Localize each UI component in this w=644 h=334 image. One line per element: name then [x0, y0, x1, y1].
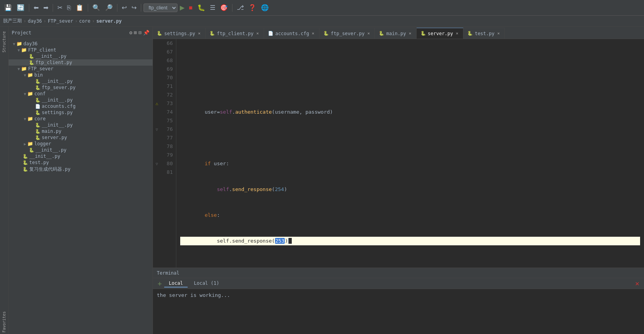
- tree-item-fuxi[interactable]: 🐍 复习生成代码器.py: [9, 166, 153, 173]
- paste-button[interactable]: 📋: [74, 3, 85, 12]
- tab-main[interactable]: 🐍 main.py ×: [375, 28, 416, 39]
- tab-close-ftp-client[interactable]: ×: [255, 31, 260, 36]
- replace-button[interactable]: 🔎: [103, 3, 115, 12]
- terminal-tab-local[interactable]: Local: [164, 280, 188, 288]
- tree-item-init6[interactable]: 🐍 __init__.py: [9, 153, 153, 159]
- redo-button[interactable]: ↪: [130, 3, 138, 12]
- sync-button[interactable]: 🔄: [15, 3, 27, 12]
- run-button[interactable]: ▶: [178, 3, 186, 12]
- tab-close-ftp-sever[interactable]: ×: [367, 31, 371, 36]
- favorites-label[interactable]: Favorites: [2, 310, 6, 334]
- forward-button[interactable]: ➡: [41, 3, 50, 12]
- tree-label-logger: logger: [34, 141, 51, 146]
- tree-item-test-py[interactable]: 🐍 test.py: [9, 159, 153, 166]
- tab-accounts[interactable]: 📄 accounts.cfg ×: [264, 28, 319, 39]
- run-config-dropdown[interactable]: ftp_client: [144, 4, 177, 12]
- tab-test[interactable]: 🐍 test.py ×: [463, 28, 505, 39]
- tree-label-day36: day36: [23, 41, 37, 46]
- tree-arrow-core: ▼: [23, 117, 27, 121]
- fold-icon-80[interactable]: ▽: [156, 162, 158, 166]
- tree-item-accounts-cfg[interactable]: 📄 accounts.cfg: [9, 103, 153, 109]
- terminal-output: the server is working...: [153, 289, 644, 334]
- breadcrumb-item-2[interactable]: day36: [28, 18, 42, 24]
- breadcrumb-item-3[interactable]: FTP_sever: [48, 18, 73, 24]
- tree-item-ftp-sever[interactable]: ▼ 📁 FTP_sever: [9, 66, 153, 72]
- debug-button[interactable]: 🐛: [195, 3, 207, 12]
- tree-item-settings-py[interactable]: 🐍 settings.py: [9, 109, 153, 116]
- breadcrumb-item-1[interactable]: 脱产三期: [3, 18, 22, 24]
- tree-expand-icon[interactable]: ⊞: [134, 30, 137, 36]
- tab-icon-ftp-sever: 🐍: [323, 31, 329, 36]
- tree-item-init1[interactable]: 🐍 __init__.py: [9, 53, 153, 59]
- editor-area: 🐍 settings.py × 🐍 ftp_client.py × 📄 acco…: [153, 27, 644, 334]
- fold-icon-73[interactable]: ⚠: [155, 101, 158, 106]
- tree-item-main-py[interactable]: 🐍 main.py: [9, 128, 153, 134]
- help-button[interactable]: ❓: [247, 3, 258, 12]
- breadcrumb-item-5[interactable]: server.py: [96, 18, 122, 24]
- terminal-close-button[interactable]: ×: [633, 280, 642, 287]
- py-icon-fuxi: 🐍: [23, 167, 28, 172]
- folder-icon-day36: 📁: [16, 41, 22, 46]
- tree-collapse-icon[interactable]: ⊟: [138, 30, 142, 36]
- code-editor[interactable]: ⚠ ▽ ▽ 66 67 68 69 70: [153, 39, 644, 268]
- tree-item-core[interactable]: ▼ 📁 core: [9, 116, 153, 122]
- folder-icon-logger: 📁: [27, 141, 33, 146]
- line-num-76: 76: [164, 125, 173, 134]
- cut-button[interactable]: ✂: [55, 3, 64, 12]
- undo-button[interactable]: ↩: [120, 3, 129, 12]
- find-button[interactable]: 🔍: [90, 3, 102, 12]
- tabs-bar: 🐍 settings.py × 🐍 ftp_client.py × 📄 acco…: [153, 27, 644, 39]
- tab-ftp-client[interactable]: 🐍 ftp_client.py ×: [206, 28, 264, 39]
- gutter-67: [153, 48, 161, 56]
- stop-button[interactable]: ■: [187, 4, 195, 12]
- tree-item-conf[interactable]: ▼ 📁 conf: [9, 91, 153, 97]
- save-button[interactable]: 💾: [2, 3, 14, 12]
- tree-item-ftp-client[interactable]: ▼ 📁 FTP_client: [9, 47, 153, 53]
- breadcrumb-item-4[interactable]: core: [79, 18, 90, 24]
- folder-icon-ftp-client: 📁: [21, 47, 27, 53]
- web-button[interactable]: 🌐: [259, 3, 271, 12]
- copy-button[interactable]: ⎘: [65, 4, 73, 12]
- tab-close-test[interactable]: ×: [497, 31, 501, 36]
- tree-pin-icon[interactable]: 📌: [143, 30, 149, 36]
- tree-item-init4[interactable]: 🐍 __init__.py: [9, 122, 153, 128]
- file-tree-panel: Project ⚙ ⊞ ⊟ 📌 ▼ 📁 day36 ▼ 📁 FTP_client: [9, 27, 153, 334]
- tree-item-bin[interactable]: ▼ 📁 bin: [9, 72, 153, 78]
- gutter-66: [153, 39, 161, 48]
- profile-button[interactable]: 🎯: [218, 3, 230, 12]
- tab-label-server: server.py: [428, 31, 453, 36]
- tree-item-init5[interactable]: 🐍 __init__.py: [9, 147, 153, 153]
- fold-icon-76[interactable]: ▽: [156, 127, 158, 132]
- tree-item-ftp-client-py[interactable]: 🐍 ftp_client.py: [9, 59, 153, 66]
- tab-settings[interactable]: 🐍 settings.py ×: [153, 28, 206, 39]
- back-button[interactable]: ⬅: [32, 3, 41, 12]
- file-tree-header: Project ⚙ ⊞ ⊟ 📌: [9, 27, 153, 39]
- code-content[interactable]: user=self.authenticate(username, passwor…: [176, 39, 644, 268]
- project-label: Project: [12, 30, 32, 36]
- cfg-icon-accounts: 📄: [35, 104, 41, 109]
- tree-label-init5: __init__.py: [35, 147, 66, 153]
- tab-close-main[interactable]: ×: [408, 31, 412, 36]
- terminal-tab-local1[interactable]: Local (1): [189, 280, 224, 288]
- tree-item-server-py[interactable]: 🐍 server.py: [9, 134, 153, 141]
- tree-arrow-day36: ▼: [12, 42, 16, 46]
- coverage-button[interactable]: ☰: [208, 3, 217, 12]
- tree-item-day36[interactable]: ▼ 📁 day36: [9, 41, 153, 47]
- tree-item-logger[interactable]: ▶ 📁 logger: [9, 141, 153, 147]
- vcs-button[interactable]: ⎇: [235, 3, 246, 12]
- tab-server[interactable]: 🐍 server.py ×: [417, 28, 464, 39]
- gutter-75: [153, 116, 161, 125]
- terminal-add-button[interactable]: +: [155, 280, 164, 287]
- tree-settings-icon[interactable]: ⚙: [130, 30, 133, 36]
- breadcrumb-sep-1: ›: [23, 18, 26, 24]
- tab-close-accounts[interactable]: ×: [311, 31, 315, 36]
- tree-item-init3[interactable]: 🐍 __init__.py: [9, 97, 153, 103]
- tree-item-ftp-sever-py[interactable]: 🐍 ftp_sever.py: [9, 84, 153, 91]
- tree-arrow-conf: ▼: [23, 92, 27, 96]
- tab-close-server[interactable]: ×: [455, 31, 459, 36]
- tab-ftp-sever[interactable]: 🐍 ftp_sever.py ×: [319, 28, 375, 39]
- structure-label[interactable]: Structure: [2, 30, 6, 54]
- line-num-75: 75: [164, 116, 173, 125]
- tree-item-init2[interactable]: 🐍 __init__.py: [9, 78, 153, 84]
- tab-close-settings[interactable]: ×: [197, 31, 201, 36]
